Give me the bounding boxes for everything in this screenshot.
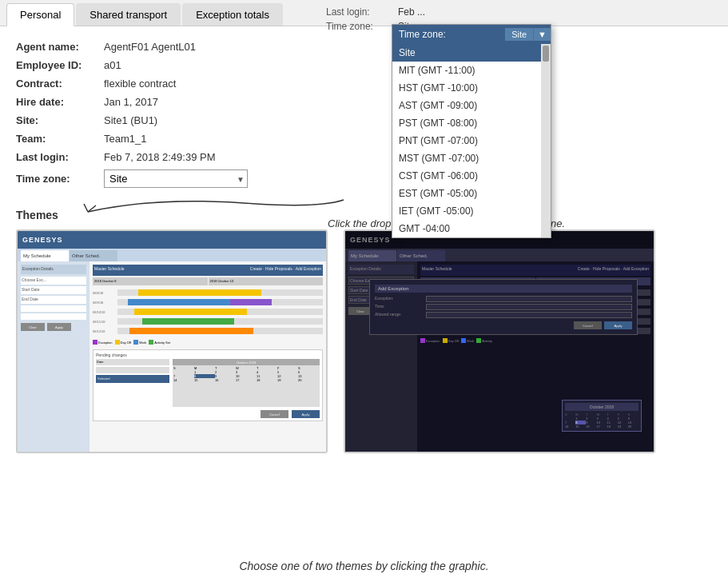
dropdown-item-gmt4[interactable]: GMT -04:00 <box>392 220 541 237</box>
theme-dark-tab2: Other Sched. <box>397 250 445 261</box>
theme-light-tab1: My Schedule <box>21 250 69 261</box>
contract-row: Contract: flexible contract <box>16 78 712 90</box>
dropdown-header: Time zone: Site ▼ <box>392 25 551 44</box>
theme-dark-dialog-row2: Time: <box>417 304 632 310</box>
theme-light-sidebar-field4 <box>21 305 86 312</box>
theme-light-main: Master Schedule Create · Hide Proposals … <box>90 261 326 452</box>
theme-light-pending: Pending changes Date Selected October 20… <box>93 349 323 421</box>
theme-dark-dialog-row1: Exception: <box>417 296 632 302</box>
theme-dark-content: Exception Details Choose Exc... Start Da… <box>345 261 654 452</box>
popup-last-login-label: Last login: <box>326 6 398 18</box>
team-row: Team: Team1_1 <box>16 133 712 145</box>
theme-light-pending-dates: Date Selected <box>96 359 169 407</box>
tab-exception-totals[interactable]: Exception totals <box>182 3 283 26</box>
timezone-row: Time zone: Site ▼ <box>16 169 712 188</box>
theme-light-schedule-row1: 08/8/18 <box>93 289 323 297</box>
genesys-logo-light: GENESYS <box>22 236 63 244</box>
popup-last-login-value: Feb ... <box>398 6 425 18</box>
dropdown-list-wrapper: Site MIT (GMT -11:00) HST (GMT -10:00) A… <box>392 44 551 237</box>
hire-date-value: Jan 1, 2017 <box>104 96 158 108</box>
theme-light-sidebar-field2: Start Date <box>21 286 86 294</box>
theme-dark-header-bar: Master Schedule Create · Hide Proposals … <box>420 265 650 276</box>
contract-label: Contract: <box>16 78 104 90</box>
dropdown-list: Site MIT (GMT -11:00) HST (GMT -10:00) A… <box>392 44 541 237</box>
dropdown-item-est[interactable]: EST (GMT -05:00) <box>392 185 541 202</box>
theme-dark-dialog-title: Add Exception <box>417 285 632 293</box>
genesys-logo-dark: GENESYS <box>350 236 391 244</box>
theme-light-date-bar: 2018 October 8 2018 October 13 <box>93 277 323 285</box>
theme-dark-tabs: My Schedule Other Sched. <box>345 249 654 261</box>
theme-light-sidebar-field5 <box>21 313 86 320</box>
timezone-label: Time zone: <box>16 173 104 185</box>
last-login-row: Last login: Feb 7, 2018 2:49:39 PM <box>16 151 712 163</box>
employee-id-row: Employee ID: a01 <box>16 59 712 71</box>
theme-light-schedule-grid: 08/8/18 08/9/18 08/10/18 08/11/18 <box>93 289 323 335</box>
theme-light-legend: Exception Day Off Work Activity Set <box>93 340 323 345</box>
dropdown-item-pst[interactable]: PST (GMT -08:00) <box>392 114 541 132</box>
theme-light-schedule-row2: 08/9/18 <box>93 298 323 306</box>
timezone-dropdown-popup: Time zone: Site ▼ Site MIT (GMT -11:00) … <box>392 24 551 238</box>
theme-light-graphic[interactable]: GENESYS My Schedule Other Sched. Excepti… <box>16 229 328 453</box>
theme-light-apply-btn: Apply <box>292 410 320 418</box>
dropdown-item-mst[interactable]: MST (GMT -07:00) <box>392 149 541 167</box>
dropdown-selected-value: Site <box>505 28 533 41</box>
theme-dark-main: Master Schedule Create · Hide Proposals … <box>417 261 654 452</box>
theme-dark-legend: Exception Day Off Work Activity <box>420 338 650 343</box>
site-row: Site: Site1 (BU1) <box>16 114 712 126</box>
agent-name-label: Agent name: <box>16 41 104 53</box>
theme-dark-cal-grid: SMTWTFS 123456 78910111213 1415161718192… <box>565 413 638 429</box>
timezone-select[interactable]: Site <box>104 169 248 188</box>
dropdown-item-ast[interactable]: AST (GMT -09:00) <box>392 97 541 114</box>
theme-light-apply-cancel: Cancel Apply <box>96 410 320 418</box>
team-value: Team1_1 <box>104 133 146 145</box>
theme-dark-cal-header: October 2018 <box>565 403 638 411</box>
scroll-thumb <box>543 46 549 62</box>
theme-light-schedule-row4: 08/11/18 <box>93 317 323 325</box>
tab-shared-transport[interactable]: Shared transport <box>76 3 181 26</box>
dropdown-header-label: Time zone: <box>392 29 505 40</box>
agent-name-row: Agent name: AgentF01 AgentL01 <box>16 41 712 53</box>
theme-dark-apply-btn: Apply <box>604 321 632 329</box>
popup-timezone-label: Time zone: <box>326 21 398 32</box>
theme-light-pending-row2 <box>96 367 169 373</box>
tab-personal[interactable]: Personal <box>6 3 74 26</box>
site-label: Site: <box>16 114 104 126</box>
theme-light-pending-highlight: Selected <box>96 375 169 383</box>
theme-light-sidebar-row1: Exception Details <box>21 265 86 274</box>
theme-light-content: Exception Details Choose Exc... Start Da… <box>18 261 326 452</box>
theme-dark-graphic[interactable]: GENESYS My Schedule Other Sched. Excepti… <box>344 229 655 453</box>
theme-light-tabs: My Schedule Other Sched. <box>18 249 326 261</box>
dropdown-item-hst[interactable]: HST (GMT -10:00) <box>392 79 541 97</box>
last-login-label: Last login: <box>16 151 104 163</box>
dropdown-arrow-icon[interactable]: ▼ <box>533 28 551 41</box>
theme-light-header-bar: Master Schedule Create · Hide Proposals … <box>93 265 323 276</box>
dropdown-scrollbar[interactable] <box>541 44 551 237</box>
dropdown-item-pnt[interactable]: PNT (GMT -07:00) <box>392 132 541 149</box>
theme-light-cal-grid: SMTWTFS 123456 78910111213 1415161718192… <box>173 365 320 383</box>
last-login-value: Feb 7, 2018 2:49:39 PM <box>104 151 215 163</box>
theme-light-topbar: GENESYS <box>18 231 326 249</box>
theme-dark-cancel-btn: Cancel <box>574 321 602 329</box>
theme-light-cal-header: October 2018 <box>173 359 320 365</box>
theme-light-date-cell1: 2018 October 8 <box>93 277 208 285</box>
theme-dark-sidebar-row1: Exception Details <box>348 265 414 274</box>
theme-light-schedule-row5: 08/12/18 <box>93 327 323 335</box>
timezone-select-wrapper[interactable]: Site ▼ <box>104 169 248 188</box>
theme-light-calendar-mini: October 2018 SMTWTFS 123456 78910111213 … <box>173 359 320 407</box>
site-value: Site1 (BU1) <box>104 114 157 126</box>
agent-name-value: AgentF01 AgentL01 <box>104 41 196 53</box>
dropdown-item-site[interactable]: Site <box>392 44 541 62</box>
popup-last-login-row: Last login: Feb ... <box>326 6 425 18</box>
dropdown-item-iet[interactable]: IET (GMT -05:00) <box>392 202 541 220</box>
theme-light-pending-inner: Date Selected October 2018 SMTWTFS 12345… <box>96 359 320 407</box>
dropdown-item-mit[interactable]: MIT (GMT -11:00) <box>392 62 541 79</box>
themes-row: GENESYS My Schedule Other Sched. Excepti… <box>0 229 728 453</box>
theme-light-cancel-btn: Cancel <box>261 410 288 418</box>
theme-light-btn1: Clear <box>21 323 45 331</box>
theme-dark-dialog-buttons: Cancel Apply <box>417 321 632 329</box>
dropdown-item-cst[interactable]: CST (GMT -06:00) <box>392 167 541 185</box>
theme-light-sidebar: Exception Details Choose Exc... Start Da… <box>18 261 90 452</box>
theme-dark-calendar: October 2018 SMTWTFS 123456 78910111213 … <box>562 400 642 432</box>
theme-dark-dialog-row3: Allowed range: <box>417 312 632 318</box>
personal-section: Agent name: AgentF01 AgentL01 Employee I… <box>0 26 728 202</box>
